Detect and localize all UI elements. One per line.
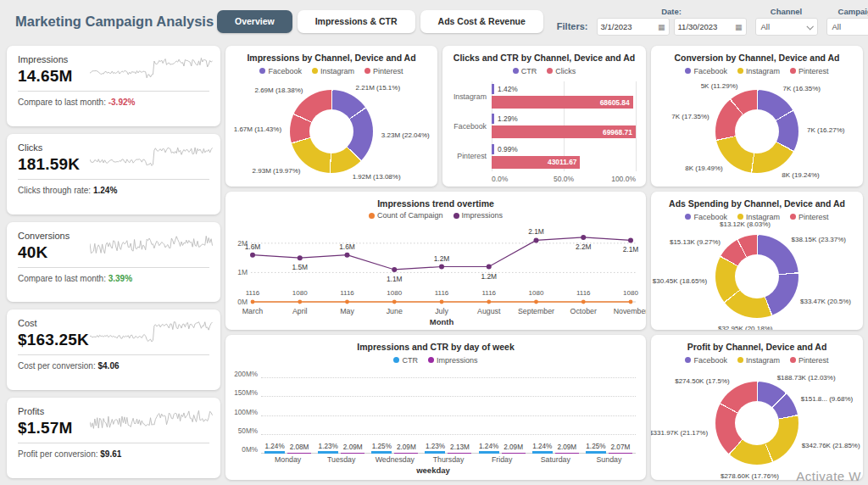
impressions-point[interactable] bbox=[250, 253, 255, 258]
ctr-bar[interactable] bbox=[492, 144, 494, 154]
ctr-bar[interactable] bbox=[318, 451, 338, 454]
campaign-count-point[interactable] bbox=[487, 300, 491, 304]
tab-impressions-ctr[interactable]: Impressions & CTR bbox=[298, 10, 415, 33]
tab-ads-cost-revenue[interactable]: Ads Cost & Revenue bbox=[420, 10, 543, 33]
kpi-card-conversions[interactable]: Conversions 40K Compare to last month: 3… bbox=[7, 222, 220, 303]
date-from-input[interactable]: 3/1/2023 ▦ bbox=[597, 18, 670, 36]
donut-ring[interactable] bbox=[715, 382, 798, 465]
ctr-bar[interactable] bbox=[492, 84, 494, 94]
kpi-card-profits[interactable]: Profits $1.57M Profit per conversion: $9… bbox=[7, 398, 220, 478]
impressions-value-label: 2.13M bbox=[450, 443, 470, 451]
impressions-bar[interactable] bbox=[341, 453, 364, 454]
ctr-bar[interactable] bbox=[371, 451, 392, 454]
slice-label: $38.15K (23.37%) bbox=[792, 236, 847, 243]
clicks-bar[interactable]: 69968.71 bbox=[492, 125, 636, 138]
ctr-bar[interactable] bbox=[425, 451, 445, 454]
legend-item[interactable]: Pinterest bbox=[790, 213, 829, 221]
campaign-count-point[interactable] bbox=[251, 300, 255, 304]
legend-dot-icon bbox=[547, 68, 553, 74]
kpi-card-impressions[interactable]: Impressions 14.65M Compare to last month… bbox=[7, 46, 220, 126]
campaign-count-point[interactable] bbox=[440, 300, 444, 304]
impressions-group: 2.08M bbox=[287, 443, 311, 454]
campaign-count-point[interactable] bbox=[534, 300, 538, 304]
impressions-bar[interactable] bbox=[502, 453, 526, 454]
kpi-card-cost[interactable]: Cost $163.25K Cost per conversion: $4.06 bbox=[7, 309, 220, 390]
legend-item[interactable]: Impressions bbox=[453, 211, 504, 220]
campaign-count-point[interactable] bbox=[298, 300, 302, 304]
clicks-bar[interactable]: 43011.67 bbox=[492, 156, 580, 169]
impressions-point[interactable] bbox=[628, 237, 633, 242]
clicks-bar[interactable]: 68605.84 bbox=[492, 96, 633, 109]
donut-ring[interactable] bbox=[715, 90, 798, 173]
campaign-count-point[interactable] bbox=[345, 300, 349, 304]
kpi-sub-prefix: Profit per conversion: bbox=[18, 449, 98, 459]
charts-grid: Impressions by Channel, Device and Ad Fa… bbox=[225, 46, 863, 480]
impressions-point[interactable] bbox=[392, 267, 397, 272]
legend-item[interactable]: Count of Campaign bbox=[369, 211, 443, 220]
calendar-icon[interactable]: ▦ bbox=[658, 23, 665, 31]
legend-item[interactable]: Facebook bbox=[685, 67, 727, 75]
ctr-bar[interactable] bbox=[532, 451, 553, 454]
impressions-bar[interactable] bbox=[609, 453, 632, 454]
bar-chart: Instagram1.42%68605.84Facebook1.29%69968… bbox=[442, 76, 646, 187]
legend-item[interactable]: Pinterest bbox=[790, 67, 829, 75]
impressions-point[interactable] bbox=[345, 253, 350, 258]
slice-label: 8K (19.49%) bbox=[685, 164, 722, 172]
tab-overview[interactable]: Overview bbox=[217, 10, 292, 33]
donut-ring[interactable] bbox=[715, 235, 798, 318]
impressions-bar[interactable] bbox=[287, 453, 311, 454]
legend-item[interactable]: Clicks bbox=[547, 67, 576, 75]
bar-group: 1.24%2.08M bbox=[261, 367, 314, 454]
divider bbox=[18, 179, 209, 180]
page-title: Marketing Campaign Analysis bbox=[15, 14, 214, 30]
y-tick-label: 200M% bbox=[231, 371, 258, 378]
campaign-count-point[interactable] bbox=[629, 300, 633, 304]
campaign-count-point[interactable] bbox=[392, 300, 397, 304]
impressions-bar[interactable] bbox=[448, 453, 471, 454]
category-label: Pinterest bbox=[448, 152, 487, 160]
ctr-bar[interactable] bbox=[586, 451, 606, 454]
calendar-icon[interactable]: ▦ bbox=[735, 23, 743, 31]
impressions-point[interactable] bbox=[439, 265, 444, 270]
date-to-input[interactable]: 11/30/2023 ▦ bbox=[674, 18, 747, 36]
ctr-bar[interactable] bbox=[479, 451, 499, 454]
ctr-group: 1.23% bbox=[425, 443, 445, 454]
kpi-sparkline bbox=[90, 404, 214, 438]
x-tick-label: March bbox=[242, 307, 264, 315]
ctr-bar[interactable] bbox=[492, 114, 494, 124]
campaign-count-point[interactable] bbox=[581, 300, 586, 304]
impressions-bar[interactable] bbox=[555, 453, 579, 454]
kpi-sub-prefix: Compare to last month: bbox=[18, 274, 106, 283]
impressions-point[interactable] bbox=[487, 265, 492, 270]
legend-dot-icon bbox=[685, 357, 691, 363]
legend-item[interactable]: Instagram bbox=[312, 67, 354, 75]
legend-item[interactable]: Instagram bbox=[737, 356, 780, 365]
channel-select[interactable]: All bbox=[755, 18, 818, 36]
title-wrap: Marketing Campaign Analysis i bbox=[0, 14, 217, 30]
legend-item[interactable]: Pinterest bbox=[790, 356, 829, 365]
filters-label: Filters: bbox=[557, 21, 588, 31]
line-chart[interactable]: 0M1M2M1.6M1.5M1.6M1.1M1.2M1.2M2.1M2.2M2.… bbox=[225, 220, 646, 330]
impressions-bar[interactable] bbox=[394, 453, 418, 454]
x-tick-label: Friday bbox=[476, 455, 529, 464]
impressions-point[interactable] bbox=[298, 255, 303, 260]
kpi-sub-value: $4.06 bbox=[98, 361, 120, 371]
legend-item[interactable]: Instagram bbox=[737, 67, 780, 75]
donut-ring[interactable] bbox=[290, 90, 373, 173]
impressions-value-label: 1.6M bbox=[245, 242, 261, 251]
legend-item[interactable]: Pinterest bbox=[364, 67, 403, 75]
legend-item[interactable]: CTR bbox=[513, 67, 537, 75]
ctr-group: 1.24% bbox=[264, 443, 285, 454]
kpi-card-clicks[interactable]: Clicks 181.59K Clicks through rate: 1.24… bbox=[7, 134, 220, 215]
legend-item[interactable]: CTR bbox=[393, 356, 418, 365]
divider bbox=[18, 443, 209, 443]
legend-item[interactable]: Facebook bbox=[685, 356, 727, 365]
impressions-point[interactable] bbox=[534, 237, 539, 242]
legend-item[interactable]: Facebook bbox=[259, 67, 302, 75]
ctr-bar[interactable] bbox=[264, 451, 285, 454]
filters: Filters: Date: 3/1/2023 ▦ 11/30/2023 ▦ C… bbox=[557, 7, 868, 36]
campaign-select[interactable]: All bbox=[826, 18, 868, 36]
impressions-point[interactable] bbox=[581, 235, 586, 240]
legend-item[interactable]: Impressions bbox=[428, 356, 478, 365]
donut-chart: $38.15K (23.37%)$33.47K (20.5%)$32.95K (… bbox=[651, 222, 863, 330]
